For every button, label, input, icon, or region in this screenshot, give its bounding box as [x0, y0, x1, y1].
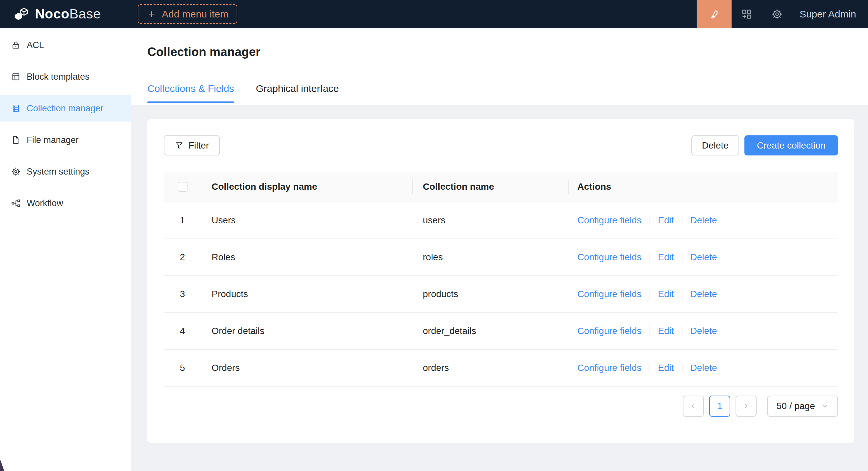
- table-row[interactable]: 4 Order details order_details Configure …: [164, 313, 838, 350]
- column-header-display-name: Collection display name: [201, 181, 412, 192]
- configure-fields-link[interactable]: Configure fields: [577, 289, 642, 299]
- cell-collection-name: order_details: [412, 326, 569, 336]
- edit-link[interactable]: Edit: [658, 289, 674, 299]
- settings-button[interactable]: [762, 0, 792, 28]
- edit-link[interactable]: Edit: [658, 326, 674, 336]
- add-menu-item-button[interactable]: Add menu item: [138, 4, 237, 24]
- delete-link[interactable]: Delete: [690, 289, 717, 299]
- sidebar-item-label: System settings: [27, 167, 90, 177]
- sidebar-item-acl[interactable]: ACL: [0, 32, 131, 58]
- logo-text-primary: Noco: [35, 6, 69, 22]
- cell-display-name: Orders: [201, 363, 412, 373]
- page-number-button[interactable]: 1: [709, 396, 730, 417]
- highlighter-icon: [708, 8, 720, 20]
- delete-button[interactable]: Delete: [691, 135, 739, 156]
- sidebar-item-file-manager[interactable]: File manager: [0, 127, 131, 153]
- previous-page-button[interactable]: [683, 396, 704, 417]
- table-header: Collection display name Collection name …: [164, 172, 838, 202]
- content-area: Filter Delete Create collection Collecti…: [131, 105, 868, 471]
- tab-graphical-interface[interactable]: Graphical interface: [256, 83, 339, 103]
- action-divider: [650, 216, 650, 225]
- chevron-right-icon: [742, 402, 750, 410]
- delete-link[interactable]: Delete: [690, 326, 717, 336]
- action-divider: [682, 253, 682, 262]
- table-row[interactable]: 3 Products products Configure fieldsEdit…: [164, 276, 838, 313]
- cell-display-name: Order details: [201, 326, 412, 336]
- table-row[interactable]: 1 Users users Configure fieldsEditDelete: [164, 202, 838, 239]
- cell-actions: Configure fieldsEditDelete: [569, 252, 838, 263]
- delete-link[interactable]: Delete: [690, 215, 717, 226]
- delete-link[interactable]: Delete: [690, 363, 717, 373]
- cell-display-name: Users: [201, 215, 412, 226]
- sidebar-item-label: File manager: [27, 135, 79, 145]
- sidebar-item-collection-manager[interactable]: Collection manager: [0, 95, 131, 122]
- cell-actions: Configure fieldsEditDelete: [569, 215, 838, 226]
- chevron-down-icon: [821, 402, 829, 410]
- row-index: 3: [164, 289, 201, 299]
- cell-actions: Configure fieldsEditDelete: [569, 326, 838, 336]
- action-divider: [650, 327, 650, 336]
- chevron-left-icon: [689, 402, 698, 410]
- sidebar-item-label: Collection manager: [27, 103, 103, 114]
- plugins-button[interactable]: [732, 0, 762, 28]
- row-index: 2: [164, 252, 201, 263]
- select-all-checkbox[interactable]: [178, 182, 187, 192]
- sidebar: ACL Block templates Collection manager F…: [0, 28, 131, 471]
- filter-button[interactable]: Filter: [164, 135, 220, 156]
- collection-icon: [11, 103, 21, 113]
- logo-text-secondary: Base: [69, 6, 101, 22]
- user-menu[interactable]: Super Admin: [800, 8, 856, 20]
- table-row[interactable]: 2 Roles roles Configure fieldsEditDelete: [164, 239, 838, 276]
- plus-icon: [147, 9, 157, 19]
- appstore-add-icon: [741, 8, 753, 20]
- tabs: Collections & Fields Graphical interface: [147, 83, 339, 103]
- lock-icon: [11, 40, 21, 50]
- tab-collections-fields[interactable]: Collections & Fields: [147, 83, 234, 103]
- sidebar-item-label: Workflow: [27, 198, 63, 208]
- topbar-right: Super Admin: [696, 0, 868, 28]
- logo-text: NocoBase: [35, 7, 101, 21]
- edit-link[interactable]: Edit: [658, 252, 674, 263]
- page-size-select[interactable]: 50 / page: [767, 396, 838, 417]
- sidebar-item-system-settings[interactable]: System settings: [0, 159, 131, 185]
- table-toolbar: Filter Delete Create collection: [164, 135, 838, 156]
- page-title: Collection manager: [147, 45, 260, 59]
- cell-collection-name: products: [412, 289, 569, 299]
- column-header-collection-name: Collection name: [412, 181, 569, 192]
- cell-display-name: Products: [201, 289, 412, 299]
- page-size-label: 50 / page: [776, 401, 815, 411]
- cube-logo-icon: [12, 5, 30, 23]
- page-header: Collection manager Collections & Fields …: [131, 28, 868, 105]
- sidebar-item-workflow[interactable]: Workflow: [0, 190, 131, 216]
- add-menu-item-label: Add menu item: [162, 8, 228, 20]
- table-row[interactable]: 5 Orders orders Configure fieldsEditDele…: [164, 350, 838, 387]
- topbar: NocoBase Add menu item Super: [0, 0, 868, 28]
- collections-card: Filter Delete Create collection Collecti…: [147, 119, 854, 443]
- cell-actions: Configure fieldsEditDelete: [569, 289, 838, 299]
- configure-fields-link[interactable]: Configure fields: [577, 363, 642, 373]
- row-index: 4: [164, 326, 201, 336]
- sidebar-item-block-templates[interactable]: Block templates: [0, 64, 131, 90]
- ui-editor-button[interactable]: [696, 0, 732, 28]
- next-page-button[interactable]: [736, 396, 756, 417]
- configure-fields-link[interactable]: Configure fields: [577, 215, 642, 226]
- nocobase-logo[interactable]: NocoBase: [12, 5, 101, 23]
- pagination: 1 50 / page: [164, 396, 838, 417]
- configure-fields-link[interactable]: Configure fields: [577, 326, 642, 336]
- cell-collection-name: roles: [412, 252, 569, 263]
- edit-link[interactable]: Edit: [658, 363, 674, 373]
- delete-link[interactable]: Delete: [690, 252, 717, 263]
- column-header-actions: Actions: [569, 181, 838, 192]
- gear-icon: [771, 8, 783, 20]
- workflow-icon: [11, 198, 21, 208]
- filter-icon: [175, 141, 184, 150]
- action-divider: [682, 216, 682, 225]
- create-collection-button[interactable]: Create collection: [744, 135, 838, 156]
- sidebar-item-label: Block templates: [27, 72, 90, 82]
- table-body: 1 Users users Configure fieldsEditDelete…: [164, 202, 838, 387]
- action-divider: [650, 290, 650, 299]
- cell-actions: Configure fieldsEditDelete: [569, 363, 838, 373]
- configure-fields-link[interactable]: Configure fields: [577, 252, 642, 263]
- action-divider: [682, 290, 682, 299]
- edit-link[interactable]: Edit: [658, 215, 674, 226]
